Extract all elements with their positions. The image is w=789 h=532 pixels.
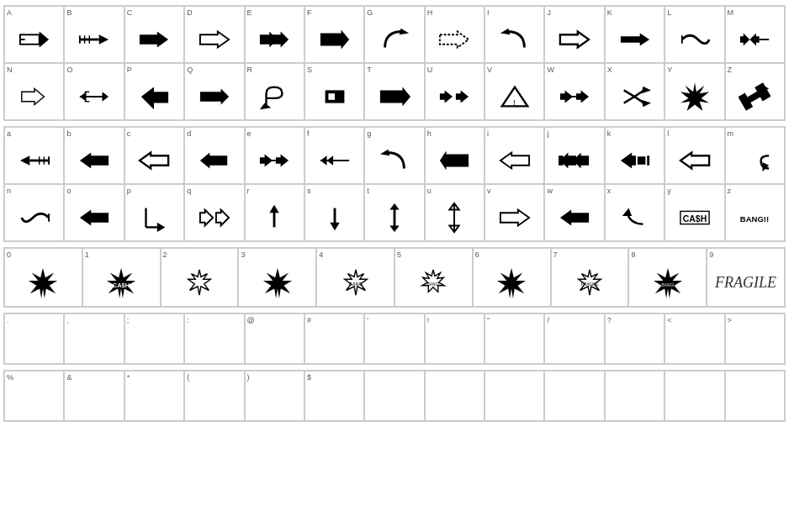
symbols-row: % & * ( ) $: [4, 371, 785, 421]
cell-label-n: n: [7, 187, 11, 195]
cell-label-Y: Y: [667, 66, 672, 74]
symbol-D: [199, 18, 230, 61]
cell-label-less-than: <: [667, 317, 671, 324]
symbol-9: FRAGILE: [715, 261, 776, 304]
cell-k: k: [605, 127, 665, 184]
cell-label-exclamation: !: [427, 317, 430, 324]
cell-label-4: 4: [319, 251, 323, 259]
cell-empty-5: [605, 371, 665, 421]
cell-e: e: [245, 127, 304, 184]
symbol-r: [258, 197, 290, 239]
svg-marker-20: [740, 33, 749, 45]
cell-1: 1 CA$H: [82, 248, 161, 307]
cell-label-e: e: [247, 130, 252, 138]
svg-marker-52: [80, 153, 109, 169]
cell-label-o: o: [66, 187, 71, 195]
cell-R: R: [245, 63, 304, 120]
svg-marker-34: [380, 87, 410, 107]
cell-4: 4 BANG: [316, 248, 394, 307]
cell-label-comma: ,: [66, 317, 69, 324]
svg-marker-29: [141, 87, 168, 110]
svg-marker-54: [200, 153, 227, 169]
cell-9: 9 FRAGILE: [707, 248, 785, 307]
cell-less-than: <: [665, 313, 724, 364]
cell-s: s: [304, 184, 364, 241]
cell-label-paren-open: (: [187, 374, 189, 382]
cell-label-V: V: [487, 66, 492, 74]
svg-marker-89: [622, 208, 631, 217]
uppercase-section: A B C D E: [3, 5, 786, 121]
svg-marker-35: [440, 90, 453, 103]
svg-marker-15: [500, 29, 510, 35]
cell-label-5: 5: [397, 251, 401, 259]
symbol-w: [559, 197, 590, 239]
svg-marker-82: [389, 203, 399, 210]
cell-G: G: [364, 6, 424, 63]
svg-marker-83: [389, 226, 399, 233]
cell-E: E: [245, 6, 304, 63]
svg-text:BANG!!: BANG!!: [740, 214, 769, 224]
cell-label-6: 6: [475, 251, 479, 259]
symbol-Y: [679, 76, 711, 118]
cell-label-asterisk: *: [127, 374, 130, 382]
svg-marker-96: [188, 270, 211, 295]
uppercase-row-1: A B C D E: [4, 6, 785, 63]
cell-3: 3: [238, 248, 316, 307]
symbol-h: [438, 140, 470, 182]
cell-label-hash: #: [307, 317, 311, 324]
cell-label-O: O: [66, 66, 72, 74]
cell-o: o: [64, 184, 124, 241]
cell-label-I: I: [487, 9, 490, 17]
symbol-A: [19, 18, 50, 61]
svg-marker-87: [500, 210, 529, 226]
svg-marker-9: [200, 32, 229, 48]
symbol-f: [319, 140, 351, 182]
cell-label-N: N: [7, 66, 13, 74]
cell-label-B: B: [66, 9, 71, 17]
punctuation-section: . , ; : @ # ' ! " / ? < >: [3, 313, 786, 365]
cell-label-p: p: [127, 187, 131, 195]
svg-marker-93: [29, 268, 57, 298]
svg-marker-88: [560, 210, 589, 226]
cell-label-8: 8: [631, 251, 635, 259]
cell-Z: Z: [725, 63, 785, 120]
cell-quote: ": [485, 313, 544, 364]
cell-z: z BANG!!: [725, 184, 785, 241]
svg-marker-70: [763, 162, 770, 171]
symbol-6: [495, 261, 527, 304]
cell-t: t: [364, 184, 424, 241]
symbol-0: [27, 261, 59, 304]
cell-J: J: [544, 6, 604, 63]
svg-marker-51: [20, 155, 29, 165]
svg-marker-17: [620, 33, 649, 45]
symbol-c: [138, 140, 170, 182]
symbol-3: [262, 261, 294, 304]
cell-i: i: [485, 127, 544, 184]
symbol-i: [499, 140, 531, 182]
cell-0: 0: [4, 248, 82, 307]
svg-marker-102: [497, 268, 526, 298]
cell-label-T: T: [367, 66, 372, 74]
symbol-R: [258, 76, 290, 118]
symbol-d: [199, 140, 230, 182]
cell-label-Z: Z: [728, 66, 733, 74]
symbol-n: [19, 197, 50, 239]
svg-marker-13: [400, 29, 409, 35]
cell-v: v: [485, 184, 544, 241]
svg-marker-25: [103, 92, 109, 101]
symbol-P: [138, 76, 170, 118]
cell-label-q: q: [187, 187, 191, 195]
svg-marker-74: [157, 223, 166, 232]
cell-X: X: [605, 63, 665, 120]
cell-label-1: 1: [85, 251, 89, 259]
svg-marker-61: [380, 150, 389, 156]
svg-marker-11: [271, 32, 289, 48]
symbol-L: [679, 18, 711, 61]
symbol-M: [739, 18, 770, 61]
cell-label-slash: /: [547, 317, 549, 324]
svg-marker-56: [276, 154, 289, 166]
cell-label-i: i: [487, 130, 489, 138]
svg-marker-75: [200, 210, 213, 226]
cell-T: T: [364, 63, 424, 120]
cell-m: m: [725, 127, 785, 184]
